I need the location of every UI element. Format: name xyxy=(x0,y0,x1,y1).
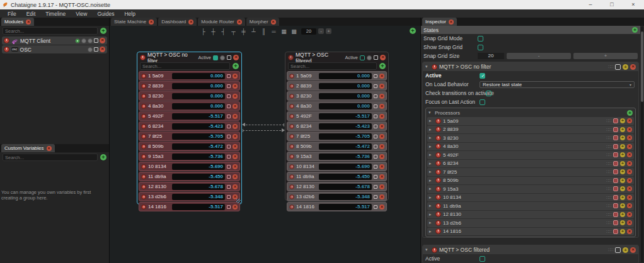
action-value[interactable]: -5.517 xyxy=(172,204,225,210)
color-checkbox[interactable] xyxy=(613,144,618,149)
remove-icon[interactable] xyxy=(627,144,632,149)
remove-icon[interactable] xyxy=(627,178,632,183)
action-value[interactable]: -5.348 xyxy=(319,194,372,200)
align-right-icon[interactable]: ┤ xyxy=(219,28,228,35)
action-row[interactable]: 5 492F -5.517 xyxy=(139,111,240,121)
power-icon[interactable] xyxy=(289,184,294,189)
power-icon[interactable] xyxy=(288,55,294,60)
remove-action-icon[interactable] xyxy=(233,124,238,129)
ui-checkbox[interactable] xyxy=(227,135,231,138)
module-row-mqtt-client[interactable]: MQTT Client xyxy=(2,36,107,45)
remove-icon[interactable] xyxy=(627,195,632,200)
chevron-right-icon[interactable]: ▸ xyxy=(429,212,434,217)
duplicate-icon[interactable] xyxy=(620,220,625,225)
chevron-right-icon[interactable]: ▸ xyxy=(429,178,434,183)
ui-checkbox[interactable] xyxy=(227,115,231,118)
add-action-button[interactable] xyxy=(233,63,239,69)
remove-action-icon[interactable] xyxy=(233,84,238,89)
ui-checkbox[interactable] xyxy=(227,185,231,189)
power-icon[interactable] xyxy=(4,38,9,43)
power-icon[interactable] xyxy=(141,134,146,139)
remove-action-icon[interactable] xyxy=(379,144,384,149)
action-row[interactable]: 8 509b -5.472 xyxy=(139,142,240,151)
remove-icon[interactable] xyxy=(627,203,632,208)
action-row[interactable]: 10 8134 -5.690 xyxy=(139,162,240,171)
drag-handle-icon[interactable]: ∷∷ xyxy=(606,221,611,225)
remove-action-icon[interactable] xyxy=(233,204,238,210)
chevron-right-icon[interactable]: ▸ xyxy=(429,152,434,157)
action-value[interactable]: -5.678 xyxy=(172,184,225,190)
state-header[interactable]: MQTT > OSC filtered Active xyxy=(287,53,387,62)
power-icon[interactable] xyxy=(435,160,441,166)
remove-action-icon[interactable] xyxy=(233,164,238,169)
remove-action-icon[interactable] xyxy=(379,154,384,159)
processor-row[interactable]: ▸ 7 8f25 ∷∷ xyxy=(427,168,634,176)
state-search-input[interactable] xyxy=(288,62,377,70)
action-row[interactable]: 13 d2b6 -5.348 xyxy=(287,192,387,201)
chevron-right-icon[interactable]: ▸ xyxy=(429,127,434,132)
duplicate-icon[interactable] xyxy=(620,203,625,208)
power-icon[interactable] xyxy=(435,135,441,141)
ui-checkbox[interactable] xyxy=(227,84,231,88)
activity-in-icon[interactable] xyxy=(81,38,86,43)
power-icon[interactable] xyxy=(289,174,294,179)
chevron-down-icon[interactable]: ▾ xyxy=(425,64,430,69)
duplicate-icon[interactable] xyxy=(623,64,628,70)
power-icon[interactable] xyxy=(435,203,441,209)
ui-checkbox[interactable] xyxy=(227,155,231,159)
action-value[interactable]: -5.690 xyxy=(172,164,225,170)
power-icon[interactable] xyxy=(141,184,146,189)
drag-handle-icon[interactable]: ∷∷ xyxy=(606,153,611,157)
action-value[interactable]: -5.450 xyxy=(172,174,225,180)
remove-action-icon[interactable] xyxy=(379,124,384,129)
ui-checkbox[interactable] xyxy=(227,195,231,199)
remove-action-icon[interactable] xyxy=(379,134,384,139)
action-value[interactable]: 0.000 xyxy=(319,103,372,109)
color-icon[interactable] xyxy=(220,55,225,60)
remove-icon[interactable] xyxy=(627,229,632,234)
processor-row[interactable]: ▸ 8 509b ∷∷ xyxy=(427,177,634,185)
color-checkbox[interactable] xyxy=(613,118,618,123)
power-icon[interactable] xyxy=(435,152,441,158)
section-header[interactable]: ▾ MQTT > OSC filtered ∷∷ xyxy=(423,245,638,254)
show-grid-icon[interactable]: ▦ xyxy=(279,28,289,35)
menu-item[interactable]: Help xyxy=(119,11,140,17)
processor-row[interactable]: ▸ 6 8234 ∷∷ xyxy=(427,160,634,168)
remove-action-icon[interactable] xyxy=(233,74,238,79)
processor-row[interactable]: ▸ 3 8230 ∷∷ xyxy=(427,134,634,142)
remove-action-icon[interactable] xyxy=(379,184,384,189)
drag-handle-icon[interactable]: ∷∷ xyxy=(606,128,611,132)
processor-row[interactable]: ▸ 4 8a30 ∷∷ xyxy=(427,143,634,151)
close-button[interactable]: × xyxy=(623,0,644,9)
close-tab-icon[interactable] xyxy=(188,20,193,25)
action-value[interactable]: -5.705 xyxy=(319,133,372,140)
ui-checkbox[interactable] xyxy=(374,175,377,179)
power-icon[interactable] xyxy=(141,104,146,109)
remove-action-icon[interactable] xyxy=(233,154,238,159)
state-header[interactable]: MQTT > OSC no filter Active xyxy=(139,53,240,62)
ui-checkbox[interactable] xyxy=(374,135,377,138)
color-checkbox[interactable] xyxy=(613,178,618,183)
color-checkbox[interactable] xyxy=(613,169,618,174)
activity-out-icon[interactable] xyxy=(88,47,93,52)
transition-arrow-left[interactable] xyxy=(243,125,284,125)
module-row-osc[interactable]: osc OSC xyxy=(2,45,107,53)
remove-action-icon[interactable] xyxy=(233,114,238,119)
check-transitions-checkbox[interactable] xyxy=(486,91,492,96)
ui-checkbox[interactable] xyxy=(374,104,377,108)
power-icon[interactable] xyxy=(141,204,146,210)
duplicate-icon[interactable] xyxy=(623,247,628,253)
power-icon[interactable] xyxy=(435,186,441,192)
power-icon[interactable] xyxy=(140,55,146,60)
minimize-button[interactable]: – xyxy=(580,0,601,9)
ui-checkbox[interactable] xyxy=(227,165,231,169)
action-value[interactable]: -5.517 xyxy=(319,113,372,120)
action-row[interactable]: 9 15a3 -5.736 xyxy=(287,152,387,161)
remove-action-icon[interactable] xyxy=(379,84,384,89)
action-value[interactable]: -5.450 xyxy=(319,174,372,180)
ui-checkbox[interactable] xyxy=(94,47,98,52)
action-row[interactable]: 4 8a30 0.000 xyxy=(287,101,387,111)
power-icon[interactable] xyxy=(289,84,294,89)
remove-action-icon[interactable] xyxy=(379,174,384,179)
chevron-right-icon[interactable]: ▸ xyxy=(429,220,434,225)
